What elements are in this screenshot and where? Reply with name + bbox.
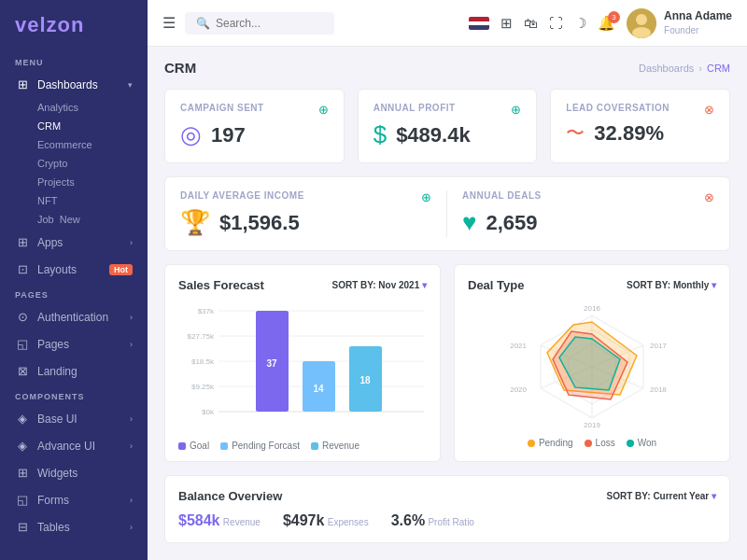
legend-revenue: Revenue xyxy=(322,441,359,451)
balance-overview-card: Balance Overview SORT BY: Current Year ▾… xyxy=(164,475,730,543)
sidebar-item-landing[interactable]: ⊠ Landing xyxy=(0,357,148,385)
search-box[interactable]: 🔍 xyxy=(185,12,334,35)
sidebar-label-crypto: Crypto xyxy=(37,158,67,169)
deal-type-title: Deal Type xyxy=(468,278,524,292)
sidebar-item-advanceui[interactable]: ◈ Advance UI › xyxy=(0,432,148,459)
balance-stats: $584k Revenue $497k Expenses 3.6% Profit… xyxy=(178,512,716,529)
profit-indicator: ⊕ xyxy=(511,103,521,117)
sidebar-item-baseui[interactable]: ◈ Base UI › xyxy=(0,405,148,432)
campaign-value: 197 xyxy=(211,123,246,147)
lead-value: 32.89% xyxy=(594,121,664,146)
bell-icon[interactable]: 🔔 3 xyxy=(598,15,615,32)
sidebar-label-crm: CRM xyxy=(37,120,61,132)
sidebar-section-pages: PAGES xyxy=(0,283,148,303)
search-input[interactable] xyxy=(216,17,309,30)
sidebar-label-authentication: Authentication xyxy=(37,311,122,324)
bag-icon[interactable]: 🛍 xyxy=(524,15,538,31)
fullscreen-icon[interactable]: ⛶ xyxy=(549,15,563,31)
flag-icon[interactable] xyxy=(469,17,489,30)
svg-text:2020: 2020 xyxy=(510,385,527,394)
chevron-right-icon4: › xyxy=(130,414,133,424)
sidebar-label-baseui: Base UI xyxy=(37,413,122,426)
sidebar-label-job: Job xyxy=(37,214,54,225)
radar-chart-svg: 2016 2017 2018 2019 2020 2021 xyxy=(499,301,685,432)
svg-text:$27.75k: $27.75k xyxy=(188,332,215,341)
balance-sort[interactable]: SORT BY: Current Year ▾ xyxy=(607,491,716,501)
svg-text:2019: 2019 xyxy=(584,421,600,429)
sidebar-item-pages[interactable]: ◱ Pages › xyxy=(0,330,148,357)
sidebar-item-forms[interactable]: ◱ Forms › xyxy=(0,486,148,513)
sidebar-item-dashboards[interactable]: ⊞ Dashboards ▾ xyxy=(0,71,148,98)
daily-icon: 🏆 xyxy=(180,208,210,237)
sidebar-label-dashboards: Dashboards xyxy=(37,78,120,91)
sales-forecast-sort[interactable]: SORT BY: Nov 2021 ▾ xyxy=(331,280,427,290)
sidebar-label-ecommerce: Ecommerce xyxy=(37,139,92,150)
svg-text:$37k: $37k xyxy=(198,307,215,315)
page-content: CRM Dashboards › CRM CAMPAIGN SENT ⊕ ◎ 1… xyxy=(148,47,747,560)
campaign-icon: ◎ xyxy=(180,120,202,149)
campaign-indicator: ⊕ xyxy=(318,103,329,117)
balance-sort-label: SORT BY: xyxy=(607,491,651,501)
svg-text:14: 14 xyxy=(313,384,324,394)
breadcrumb-home[interactable]: Dashboards xyxy=(639,63,694,74)
bar-chart: $37k $27.75k $18.5k $9.25k $0k 37 14 1 xyxy=(178,301,427,441)
deals-indicator: ⊗ xyxy=(704,190,714,204)
sidebar-section-components: COMPONENTS xyxy=(0,385,148,405)
breadcrumb-current: CRM xyxy=(707,63,730,74)
user-info: Anna Adame Founder xyxy=(664,9,732,36)
stat-card-campaign: CAMPAIGN SENT ⊕ ◎ 197 xyxy=(164,89,345,163)
sidebar-item-layouts[interactable]: ⊡ Layouts Hot xyxy=(0,256,148,283)
sidebar-item-crm[interactable]: CRM xyxy=(0,117,148,135)
chevron-down-icon: ▾ xyxy=(128,80,133,90)
svg-text:2018: 2018 xyxy=(650,385,667,394)
deal-type-sort[interactable]: SORT BY: Monthly ▾ xyxy=(627,280,716,290)
svg-text:2021: 2021 xyxy=(510,342,527,350)
daily-value: $1,596.5 xyxy=(219,211,300,235)
sidebar-item-apps[interactable]: ⊞ Apps › xyxy=(0,229,148,256)
sidebar-item-nft[interactable]: NFT xyxy=(0,191,148,210)
moon-icon[interactable]: ☽ xyxy=(574,15,586,32)
sidebar-item-tables[interactable]: ⊟ Tables › xyxy=(0,513,148,540)
sidebar-item-crypto[interactable]: Crypto xyxy=(0,154,148,173)
sidebar-item-analytics[interactable]: Analytics xyxy=(0,98,148,117)
bar-chart-svg: $37k $27.75k $18.5k $9.25k $0k 37 14 1 xyxy=(178,301,427,432)
sidebar-label-apps: Apps xyxy=(37,236,122,249)
stat-card-deals: ANNUAL DEALS ⊗ ♥ 2,659 xyxy=(447,190,714,237)
grid-icon[interactable]: ⊞ xyxy=(500,15,513,32)
page-title: CRM xyxy=(164,60,196,76)
dashboards-icon: ⊞ xyxy=(15,77,30,91)
chevron-right-icon7: › xyxy=(130,523,133,532)
deals-icon: ♥ xyxy=(462,208,476,237)
user-menu[interactable]: Anna Adame Founder xyxy=(627,8,732,38)
sidebar-label-layouts: Layouts xyxy=(37,263,102,276)
landing-icon: ⊠ xyxy=(15,364,30,378)
svg-text:$18.5k: $18.5k xyxy=(191,357,215,366)
layouts-badge: Hot xyxy=(109,264,133,275)
sidebar: velzon MENU ⊞ Dashboards ▾ Analytics CRM… xyxy=(0,0,148,560)
pages-icon: ◱ xyxy=(15,337,30,351)
sidebar-item-projects[interactable]: Projects xyxy=(0,173,148,191)
sales-forecast-card: Sales Forecast SORT BY: Nov 2021 ▾ xyxy=(164,264,441,462)
sidebar-logo: velzon xyxy=(0,0,148,50)
job-badge: New xyxy=(60,214,80,225)
radar-legend: Pending Loss Won xyxy=(528,438,656,448)
breadcrumb-separator: › xyxy=(698,63,702,74)
tables-icon: ⊟ xyxy=(15,520,30,534)
sidebar-item-widgets[interactable]: ⊞ Widgets xyxy=(0,459,148,486)
legend-pending: Pending xyxy=(539,438,573,448)
sidebar-item-job[interactable]: Job New xyxy=(0,210,148,229)
sidebar-item-ecommerce[interactable]: Ecommerce xyxy=(0,135,148,154)
legend-loss: Loss xyxy=(596,438,615,448)
notification-badge: 3 xyxy=(608,11,620,23)
stat-card-lead: LEAD COVERSATION ⊗ 〜 32.89% xyxy=(550,89,730,163)
svg-text:2017: 2017 xyxy=(650,342,667,350)
topbar: ☰ 🔍 ⊞ 🛍 ⛶ ☽ 🔔 3 xyxy=(148,0,747,47)
deal-type-card: Deal Type SORT BY: Monthly ▾ xyxy=(454,264,730,462)
profit-value: $489.4k xyxy=(396,123,471,147)
user-role: Founder xyxy=(664,24,732,36)
balance-title: Balance Overview xyxy=(178,489,282,503)
sidebar-item-authentication[interactable]: ⊙ Authentication › xyxy=(0,303,148,330)
svg-text:$0k: $0k xyxy=(202,408,215,416)
baseui-icon: ◈ xyxy=(15,412,30,426)
hamburger-icon[interactable]: ☰ xyxy=(162,14,176,32)
